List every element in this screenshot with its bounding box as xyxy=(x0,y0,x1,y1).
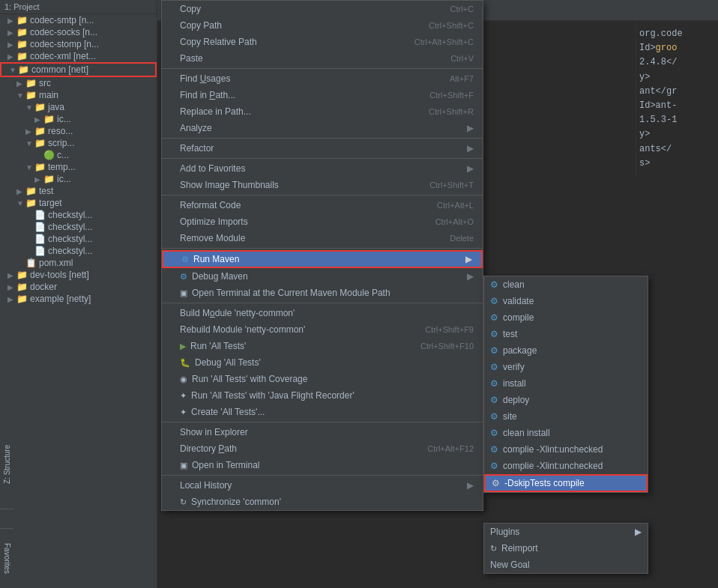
menu-item-thumbnails[interactable]: Show Image Thumbnails Ctrl+Shift+T xyxy=(162,177,483,193)
tree-item-checkstyle4[interactable]: 📄 checkstyl... xyxy=(0,245,157,257)
submenu-reimport[interactable]: ↻ Reimport xyxy=(484,540,648,557)
folder-icon: 📁 xyxy=(25,90,37,100)
maven-item-clean[interactable]: ⚙ clean xyxy=(484,276,648,293)
menu-item-add-favorites[interactable]: Add to Favorites ▶ xyxy=(162,160,483,177)
maven-item-clean-install-label: clean install xyxy=(503,428,550,438)
tree-item-ic[interactable]: ▶ 📁 ic... xyxy=(0,113,157,125)
menu-item-copy-relative-label: Copy Relative Path xyxy=(180,37,414,47)
tree-item-temp[interactable]: ▼ 📁 temp... xyxy=(0,161,157,173)
arrow-icon: ▶ xyxy=(7,283,16,291)
maven-item-validate[interactable]: ⚙ validate xyxy=(484,293,648,309)
menu-item-open-terminal[interactable]: ▣ Open in Terminal xyxy=(162,457,483,473)
menu-item-find-in-path[interactable]: Find in Path... Ctrl+Shift+F xyxy=(162,87,483,103)
maven-item-site[interactable]: ⚙ site xyxy=(484,408,648,425)
tree-item-checkstyle1[interactable]: 📄 checkstyl... xyxy=(0,209,157,221)
menu-item-remove-module[interactable]: Remove Module Delete xyxy=(162,230,483,246)
menu-item-paste[interactable]: Paste Ctrl+V xyxy=(162,50,483,67)
tree-item-c[interactable]: 🟢 c... xyxy=(0,149,157,161)
menu-item-rebuild-module[interactable]: Rebuild Module 'netty-common' Ctrl+Shift… xyxy=(162,321,483,338)
maven-item-skip-tests[interactable]: ⚙ -DskipTests compile xyxy=(484,474,648,492)
maven-item-test[interactable]: ⚙ test xyxy=(484,326,648,342)
tree-item-test[interactable]: ▶ 📁 test xyxy=(0,185,157,197)
tree-item-codec-smtp[interactable]: ▶ 📁 codec-smtp [n... xyxy=(0,14,157,26)
arrow-icon: ▶ xyxy=(34,115,43,124)
menu-item-remove-module-shortcut: Delete xyxy=(450,234,474,243)
sidebar-header: 1: Project xyxy=(0,0,157,14)
maven-item-compile-xlint2[interactable]: ⚙ complie -Xlint:unchecked xyxy=(484,458,648,474)
menu-item-show-explorer[interactable]: Show in Explorer xyxy=(162,424,483,440)
maven-item-compile-xlint1[interactable]: ⚙ complie -Xlint:unchecked xyxy=(484,441,648,458)
menu-item-thumbnails-label: Show Image Thumbnails xyxy=(180,180,429,190)
menu-item-local-history[interactable]: Local History ▶ xyxy=(162,477,483,494)
menu-item-run-coverage[interactable]: ◉ Run 'All Tests' with Coverage xyxy=(162,371,483,387)
maven-item-install-label: install xyxy=(503,378,526,389)
menu-item-run-tests[interactable]: ▶ Run 'All Tests' Ctrl+Shift+F10 xyxy=(162,338,483,354)
menu-item-reformat[interactable]: Reformat Code Ctrl+Alt+L xyxy=(162,197,483,213)
terminal-icon: ▣ xyxy=(180,288,187,298)
menu-item-debug-maven[interactable]: ⚙ Debug Maven ▶ xyxy=(162,268,483,285)
tree-item-example[interactable]: ▶ 📁 example [netty] xyxy=(0,293,157,305)
menu-item-optimize[interactable]: Optimize Imports Ctrl+Alt+O xyxy=(162,213,483,230)
run-icon: ▶ xyxy=(180,342,186,351)
tree-item-main[interactable]: ▼ 📁 main xyxy=(0,89,157,101)
menu-item-find-usages[interactable]: Find Usages Alt+F7 xyxy=(162,70,483,87)
gear-icon: ⚙ xyxy=(490,279,498,290)
menu-item-copy[interactable]: Copy Ctrl+C xyxy=(162,1,483,17)
tree-item-resources[interactable]: ▶ 📁 reso... xyxy=(0,125,157,137)
file-icon: 🟢 xyxy=(43,150,55,160)
gear-icon: ⚙ xyxy=(490,378,498,389)
tree-item-label: scrip... xyxy=(48,138,74,148)
menu-item-copy-relative[interactable]: Copy Relative Path Ctrl+Alt+Shift+C xyxy=(162,34,483,50)
tree-item-label: checkstyl... xyxy=(48,222,92,232)
tree-item-checkstyle3[interactable]: 📄 checkstyl... xyxy=(0,233,157,245)
maven-item-install[interactable]: ⚙ install xyxy=(484,375,648,392)
tree-item-label: target xyxy=(39,198,62,208)
menu-item-open-terminal-maven[interactable]: ▣ Open Terminal at the Current Maven Mod… xyxy=(162,285,483,301)
tree-item-label: codec-stomp [n... xyxy=(30,39,99,49)
menu-item-replace[interactable]: Replace in Path... Ctrl+Shift+R xyxy=(162,103,483,120)
submenu-plugins[interactable]: Plugins ▶ xyxy=(484,524,648,540)
menu-item-create-tests[interactable]: ✦ Create 'All Tests'... xyxy=(162,404,483,420)
menu-item-build-module[interactable]: Build Module 'netty-common' xyxy=(162,305,483,321)
submenu-new-goal[interactable]: New Goal xyxy=(484,557,648,573)
menu-item-run-flight-label: Run 'All Tests' with 'Java Flight Record… xyxy=(191,390,474,401)
tree-item-common[interactable]: ▼ 📁 common [nett] xyxy=(0,62,157,77)
tree-item-java[interactable]: ▼ 📁 java xyxy=(0,101,157,113)
bottom-submenu: Plugins ▶ ↻ Reimport New Goal xyxy=(483,523,648,574)
maven-item-package[interactable]: ⚙ package xyxy=(484,342,648,359)
gear-icon: ⚙ xyxy=(181,255,189,264)
maven-item-verify[interactable]: ⚙ verify xyxy=(484,359,648,375)
menu-item-directory-path[interactable]: Directory Path Ctrl+Alt+F12 xyxy=(162,440,483,457)
tree-item-docker[interactable]: ▶ 📁 docker xyxy=(0,281,157,293)
menu-item-debug-tests[interactable]: 🐛 Debug 'All Tests' xyxy=(162,354,483,371)
code-right-line: y> xyxy=(639,127,715,142)
maven-item-deploy[interactable]: ⚙ deploy xyxy=(484,392,648,408)
menu-item-reformat-label: Reformat Code xyxy=(180,200,437,210)
tree-item-src[interactable]: ▶ 📁 src xyxy=(0,77,157,89)
tree-item-codec-stomp[interactable]: ▶ 📁 codec-stomp [n... xyxy=(0,38,157,50)
menu-item-sync[interactable]: ↻ Synchronize 'common' xyxy=(162,494,483,510)
maven-item-deploy-label: deploy xyxy=(503,395,529,405)
sync-icon: ↻ xyxy=(180,497,187,507)
tree-item-codec-socks[interactable]: ▶ 📁 codec-socks [n... xyxy=(0,26,157,38)
tree-item-pom[interactable]: 📋 pom.xml xyxy=(0,257,157,269)
code-right-line: Id>groo xyxy=(639,41,715,55)
tree-item-scripts[interactable]: ▼ 📁 scrip... xyxy=(0,137,157,149)
menu-item-copy-path[interactable]: Copy Path Ctrl+Shift+C xyxy=(162,17,483,34)
tree-item-devtools[interactable]: ▶ 📁 dev-tools [nett] xyxy=(0,269,157,281)
menu-item-analyze[interactable]: Analyze ▶ xyxy=(162,120,483,136)
submenu-new-goal-label: New Goal xyxy=(490,560,530,570)
gear-icon: ⚙ xyxy=(180,272,187,282)
tree-item-target[interactable]: ▼ 📁 target xyxy=(0,197,157,209)
maven-item-compile[interactable]: ⚙ compile xyxy=(484,309,648,326)
tree-item-ic2[interactable]: ▶ 📁 ic... xyxy=(0,173,157,185)
gear-icon: ⚙ xyxy=(490,461,498,471)
folder-icon: 📁 xyxy=(34,126,46,136)
maven-item-clean-install[interactable]: ⚙ clean install xyxy=(484,425,648,441)
menu-item-copy-relative-shortcut: Ctrl+Alt+Shift+C xyxy=(414,37,474,46)
menu-item-run-maven[interactable]: ⚙ Run Maven ▶ xyxy=(162,250,483,268)
menu-item-refactor[interactable]: Refactor ▶ xyxy=(162,140,483,157)
menu-item-run-flight[interactable]: ✦ Run 'All Tests' with 'Java Flight Reco… xyxy=(162,387,483,404)
tree-item-codec-xml[interactable]: ▶ 📁 codec-xml [net... xyxy=(0,50,157,62)
tree-item-checkstyle2[interactable]: 📄 checkstyl... xyxy=(0,221,157,233)
